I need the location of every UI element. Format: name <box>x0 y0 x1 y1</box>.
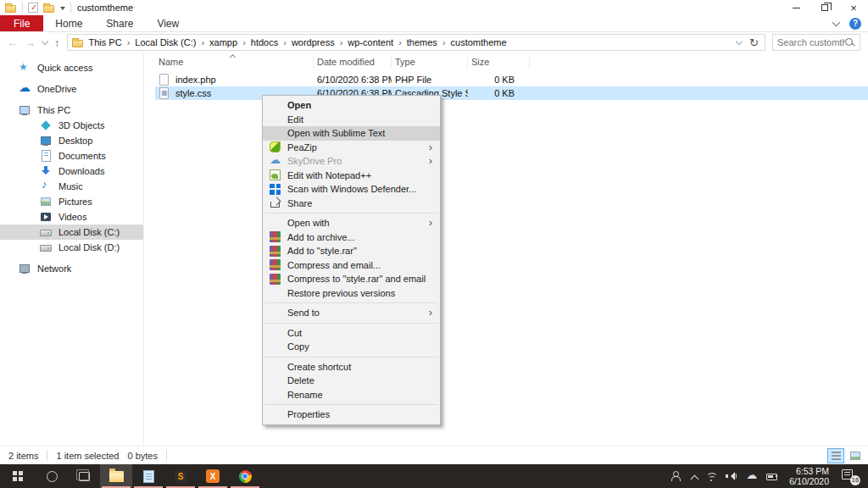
php-file-icon <box>159 74 170 86</box>
task-view-button[interactable] <box>68 464 100 488</box>
menu-item-copy[interactable]: Copy <box>263 340 440 354</box>
show-hidden-icons-chevron[interactable] <box>690 473 697 480</box>
sidebar-item-3d-objects[interactable]: 3D Objects <box>0 118 143 133</box>
close-button[interactable]: × <box>839 0 868 15</box>
menu-item-open[interactable]: Open <box>263 98 440 113</box>
menu-item-edit[interactable]: Edit <box>263 113 440 127</box>
minimize-button[interactable] <box>782 0 810 15</box>
sidebar-item-network[interactable]: Network <box>0 261 143 276</box>
taskbar-sublime-text-button[interactable]: S <box>164 464 197 488</box>
action-center-button[interactable]: 16 <box>840 467 860 485</box>
column-header-type[interactable]: Type <box>392 55 468 69</box>
sidebar-item-desktop[interactable]: Desktop <box>0 133 143 148</box>
back-icon[interactable]: ← <box>7 37 18 48</box>
recent-locations-icon[interactable] <box>42 37 48 44</box>
start-button[interactable] <box>0 464 36 488</box>
large-icons-view-button[interactable] <box>847 448 864 463</box>
battery-icon[interactable] <box>766 470 778 482</box>
menu-item-delete[interactable]: Delete <box>263 374 440 388</box>
sidebar-item-label: Music <box>58 181 83 191</box>
expand-ribbon-icon[interactable] <box>832 19 841 27</box>
breadcrumb-item-local-disk-c[interactable]: Local Disk (C:) <box>132 37 198 47</box>
menu-item-label: Create shortcut <box>287 362 351 372</box>
menu-item-compress-to-style-rar-and-email[interactable]: Compress to "style.rar" and email <box>263 272 440 286</box>
file-name: style.css <box>175 88 211 98</box>
menu-item-send-to[interactable]: Send to› <box>263 306 440 320</box>
taskbar-chrome-button[interactable] <box>229 464 261 488</box>
system-tray: 6:53 PM 6/10/2020 16 <box>670 464 868 488</box>
sidebar-item-local-disk-d[interactable]: Local Disk (D:) <box>0 240 143 255</box>
taskbar-file-explorer-button[interactable] <box>100 464 132 488</box>
sidebar-item-videos[interactable]: Videos <box>0 209 143 225</box>
menu-item-edit-with-notepad[interactable]: Edit with Notepad++ <box>263 169 440 183</box>
sidebar-item-documents[interactable]: Documents <box>0 148 143 164</box>
menu-item-properties[interactable]: Properties <box>263 408 440 422</box>
submenu-arrow-icon: › <box>429 154 432 169</box>
menu-item-open-with-sublime-text[interactable]: Open with Sublime Text <box>263 126 440 141</box>
sidebar-item-local-disk-c[interactable]: Local Disk (C:) <box>0 225 143 240</box>
cortana-button[interactable] <box>36 464 68 488</box>
forward-icon[interactable]: → <box>25 37 36 48</box>
menu-item-restore-previous-versions[interactable]: Restore previous versions <box>263 286 440 301</box>
sidebar-item-music[interactable]: Music <box>0 179 143 194</box>
breadcrumb-item-this-pc[interactable]: This PC <box>86 37 125 47</box>
properties-check-icon[interactable] <box>28 3 38 13</box>
breadcrumb-item-wordpress[interactable]: wordpress <box>289 37 337 47</box>
breadcrumb: This PC›Local Disk (C:)›xampp›htdocs›wor… <box>86 37 509 47</box>
refresh-icon[interactable]: ↻ <box>749 37 759 48</box>
file-row-index-php[interactable]: index.php6/10/2020 6:38 PMPHP File0 KB <box>155 73 868 86</box>
breadcrumb-item-wp-content[interactable]: wp-content <box>345 37 396 47</box>
menu-item-create-shortcut[interactable]: Create shortcut <box>263 360 440 374</box>
up-icon[interactable]: ↑ <box>54 37 60 48</box>
clock[interactable]: 6:53 PM 6/10/2020 <box>789 466 829 486</box>
menu-item-open-with[interactable]: Open with› <box>263 216 440 230</box>
breadcrumb-item-xampp[interactable]: xampp <box>207 37 240 47</box>
tab-file[interactable]: File <box>0 15 43 31</box>
sidebar-item-this-pc[interactable]: This PC <box>0 103 143 118</box>
tab-share[interactable]: Share <box>94 15 145 31</box>
customize-toolbar-caret-icon[interactable] <box>60 7 65 13</box>
notification-badge: 16 <box>850 475 860 485</box>
taskbar-notepad-button[interactable] <box>132 464 164 488</box>
tab-home[interactable]: Home <box>43 15 94 31</box>
restore-button[interactable] <box>810 0 839 15</box>
breadcrumb-item-themes[interactable]: themes <box>404 37 440 47</box>
sidebar-item-pictures[interactable]: Pictures <box>0 194 143 209</box>
volume-icon[interactable] <box>726 470 737 482</box>
menu-item-label: Properties <box>287 409 330 419</box>
sidebar-item-onedrive[interactable]: OneDrive <box>0 81 143 97</box>
drive-icon <box>40 241 52 253</box>
taskbar-xampp-button[interactable]: X <box>197 464 229 488</box>
file-list: NameDate modifiedTypeSize index.php6/10/… <box>144 53 868 446</box>
sidebar-item-quick-access[interactable]: Quick access <box>0 60 143 75</box>
windows-logo-icon <box>13 471 23 481</box>
address-box[interactable]: This PC›Local Disk (C:)›xampp›htdocs›wor… <box>67 34 766 51</box>
sidebar-item-label: Network <box>37 263 71 274</box>
search-box[interactable] <box>772 34 860 51</box>
details-view-button[interactable] <box>827 448 844 463</box>
people-icon[interactable] <box>670 470 682 482</box>
menu-item-peazip[interactable]: PeaZip› <box>263 141 440 155</box>
tab-view[interactable]: View <box>145 15 191 31</box>
menu-item-skydrive-pro[interactable]: SkyDrive Pro› <box>263 154 440 169</box>
new-folder-icon[interactable] <box>43 2 55 14</box>
sidebar-item-downloads[interactable]: Downloads <box>0 164 143 179</box>
wifi-icon[interactable] <box>705 470 717 482</box>
menu-item-add-to-style-rar[interactable]: Add to "style.rar" <box>263 244 440 258</box>
column-header-date-modified[interactable]: Date modified <box>314 55 392 69</box>
help-icon[interactable] <box>849 18 861 30</box>
menu-item-rename[interactable]: Rename <box>263 388 440 402</box>
column-header-size[interactable]: Size <box>468 55 530 69</box>
breadcrumb-item-htdocs[interactable]: htdocs <box>248 37 281 47</box>
column-header-name[interactable]: Name <box>155 55 314 69</box>
menu-item-share[interactable]: Share <box>263 197 440 211</box>
address-dropdown-icon[interactable] <box>736 37 743 44</box>
menu-item-cut[interactable]: Cut <box>263 326 440 341</box>
breadcrumb-item-customtheme[interactable]: customtheme <box>448 37 509 47</box>
cortana-icon <box>47 471 58 482</box>
onedrive-icon[interactable] <box>746 470 758 482</box>
menu-item-add-to-archive[interactable]: Add to archive... <box>263 230 440 245</box>
search-input[interactable] <box>777 37 845 47</box>
menu-item-compress-and-email[interactable]: Compress and email... <box>263 258 440 273</box>
menu-item-scan-with-windows-defender[interactable]: Scan with Windows Defender... <box>263 182 440 197</box>
